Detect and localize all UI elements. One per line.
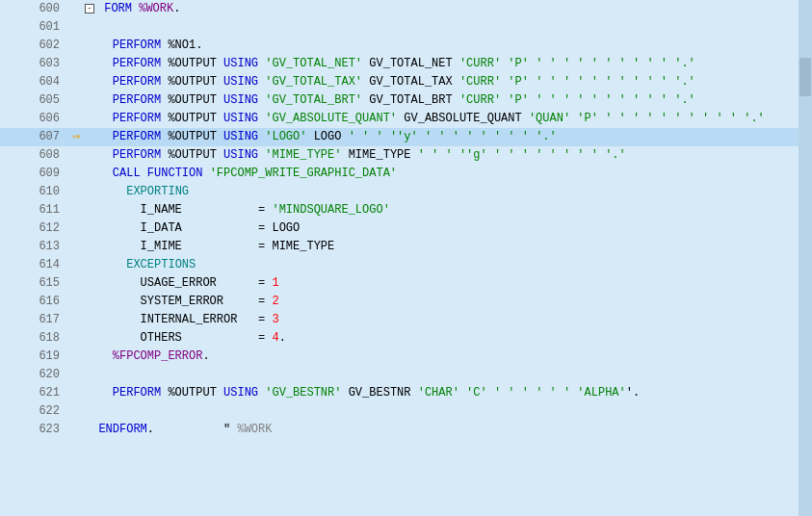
token-str: ' ': [646, 57, 668, 70]
token-plain: [557, 93, 563, 107]
token-str: ' ': [550, 386, 571, 400]
line-number: 614: [0, 256, 67, 274]
token-plain: SYSTEM_ERROR =: [85, 295, 272, 308]
token-str: ' ': [689, 112, 710, 125]
token-str: ' ': [377, 130, 398, 143]
line-number: 612: [0, 219, 67, 238]
token-str: ' ': [591, 93, 613, 107]
token-plain: %OUTPUT: [168, 130, 223, 143]
token-str: 'CURR': [459, 93, 501, 107]
scrollbar[interactable]: [799, 0, 812, 516]
table-row: 601: [0, 18, 799, 37]
token-plain: [85, 258, 126, 271]
token-plain: [85, 349, 113, 363]
token-kw-blue: PERFORM: [113, 93, 169, 107]
token-num: 4: [272, 331, 278, 345]
token-kw-blue: USING: [223, 386, 265, 400]
token-plain: [542, 148, 549, 162]
line-number: 610: [0, 183, 67, 201]
line-number: 622: [0, 402, 67, 421]
collapse-icon[interactable]: -: [85, 4, 94, 13]
table-row: 611 I_NAME = 'MINDSQUARE_LOGO': [0, 201, 799, 219]
line-number: 600: [0, 0, 67, 18]
token-plain: OTHERS =: [85, 331, 272, 345]
token-plain: .: [279, 331, 286, 345]
token-plain: [557, 75, 563, 89]
code-area: 600- FORM %WORK.601 602 PERFORM %NO1.603…: [0, 0, 799, 516]
code-line: PERFORM %OUTPUT USING 'GV_ABSOLUTE_QUANT…: [85, 110, 799, 128]
token-plain: [585, 93, 591, 107]
token-str: ' ': [481, 130, 502, 143]
token-plain: [515, 386, 522, 400]
token-str: 'GV_TOTAL_NET': [265, 57, 362, 70]
token-kw-blue: PERFORM: [113, 75, 169, 89]
token-str: ' ': [494, 386, 515, 400]
token-str: 'ALPHA': [577, 386, 625, 400]
token-plain: I_NAME =: [85, 203, 272, 217]
line-number: 605: [0, 91, 67, 110]
token-plain: I_DATA = LOGO: [85, 221, 300, 235]
table-row: 622: [0, 402, 799, 421]
table-row: 609 CALL FUNCTION 'FPCOMP_WRITE_GRAPHIC_…: [0, 165, 799, 183]
token-plain: [446, 130, 453, 143]
token-plain: GV_TOTAL_BRT: [362, 93, 459, 107]
table-row: 619 %FPCOMP_ERROR.: [0, 348, 799, 366]
token-str: ' ': [619, 57, 641, 70]
line-number: 619: [0, 348, 67, 366]
token-plain: GV_ABSOLUTE_QUANT: [397, 112, 529, 125]
token-plain: [654, 112, 661, 125]
token-plain: [585, 57, 591, 70]
line-number: 608: [0, 146, 67, 165]
line-number: 616: [0, 293, 67, 311]
token-plain: [542, 386, 549, 400]
line-number: 607: [0, 128, 67, 146]
token-var: %FPCOMP_ERROR: [113, 349, 203, 363]
token-num: 2: [272, 295, 278, 308]
token-comment: %WORK: [237, 423, 272, 436]
token-str: ' ': [591, 75, 613, 89]
token-str: '.': [674, 57, 695, 70]
token-str: ' ': [619, 93, 641, 107]
line-number: 611: [0, 201, 67, 219]
token-plain: I_MIME = MIME_TYPE: [85, 240, 334, 253]
editor-container: 600- FORM %WORK.601 602 PERFORM %NO1.603…: [0, 0, 812, 516]
line-number: 618: [0, 329, 67, 348]
token-plain: [681, 112, 688, 125]
code-line: [85, 18, 799, 37]
arrow-indicator: ⇒: [67, 128, 85, 146]
token-plain: [85, 75, 113, 89]
token-str: 'GV_TOTAL_BRT': [265, 93, 362, 107]
token-str: '.': [536, 130, 557, 143]
token-kw-blue: USING: [223, 112, 265, 125]
token-str: ' ': [550, 148, 571, 162]
code-line: PERFORM %OUTPUT USING 'GV_TOTAL_BRT' GV_…: [85, 91, 799, 110]
code-line: I_DATA = LOGO: [85, 219, 799, 238]
token-plain: .: [147, 423, 154, 436]
token-str: 'GV_BESTNR': [265, 386, 341, 400]
token-str: '.': [674, 75, 695, 89]
code-line: OTHERS = 4.: [85, 329, 799, 348]
token-plain: [85, 167, 113, 180]
token-kw-blue: CALL: [113, 167, 147, 180]
token-plain: [85, 112, 113, 125]
token-str: ' ': [536, 75, 557, 89]
code-line: PERFORM %NO1.: [85, 37, 799, 55]
token-str: ' ': [418, 148, 439, 162]
table-row: 603 PERFORM %OUTPUT USING 'GV_TOTAL_NET'…: [0, 55, 799, 73]
token-str: ' ': [563, 57, 585, 70]
token-plain: GV_TOTAL_NET: [362, 57, 459, 70]
table-row: 608 PERFORM %OUTPUT USING 'MIME_TYPE' MI…: [0, 146, 799, 165]
token-plain: [85, 39, 113, 52]
token-kw-blue: USING: [223, 57, 265, 70]
scrollbar-thumb[interactable]: [799, 58, 811, 96]
token-str: 'MIME_TYPE': [265, 148, 341, 162]
token-str: ' ': [563, 75, 585, 89]
token-kw-cyan: EXPORTING: [126, 185, 189, 198]
code-line: PERFORM %OUTPUT USING 'MIME_TYPE' MIME_T…: [85, 146, 799, 165]
token-plain: [369, 130, 376, 143]
code-line: [85, 366, 799, 384]
token-plain: [473, 130, 480, 143]
token-plain: %OUTPUT: [168, 386, 223, 400]
token-plain: [612, 57, 618, 70]
table-row: 605 PERFORM %OUTPUT USING 'GV_TOTAL_BRT'…: [0, 91, 799, 110]
